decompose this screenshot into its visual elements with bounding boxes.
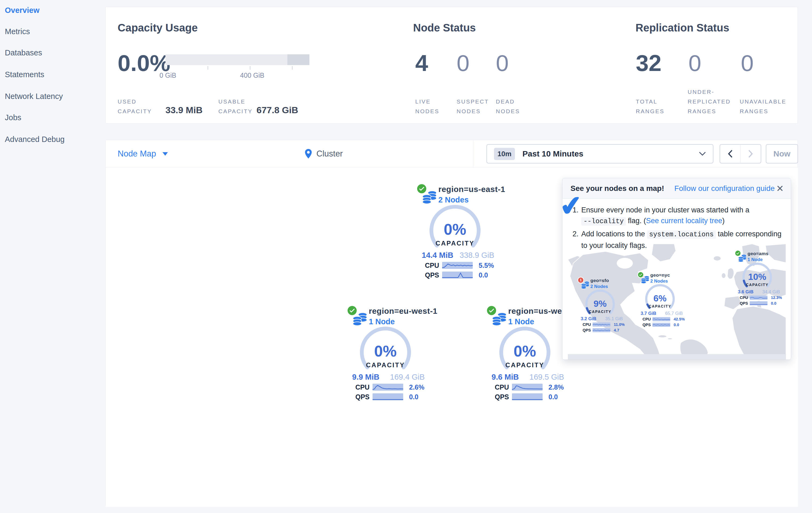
breadcrumb-cluster[interactable]: Cluster: [304, 140, 343, 167]
node-status-title: Node Status: [413, 22, 476, 34]
capacity-axis-label-0: 0 GiB: [160, 72, 176, 79]
capacity-bar: [166, 54, 310, 65]
capacity-used: 3.2 GiB: [581, 316, 596, 321]
time-back-button[interactable]: [720, 145, 741, 163]
region-name: geo=sfo: [590, 278, 609, 283]
chevron-right-icon: [748, 150, 753, 158]
mini-region-nyc: geo=nyc 2 Nodes 6% CAPACITY 3.7 GiB 65.7…: [637, 272, 684, 329]
time-range-select[interactable]: 10m Past 10 Minutes: [487, 144, 714, 163]
capacity-values: 14.4 MiB 338.9 GiB: [422, 251, 494, 260]
node-map-card: Node Map Cluster 10m Past 10 Minutes: [105, 140, 798, 507]
view-selector-dropdown[interactable]: Node Map: [118, 140, 168, 167]
qps-sparkline: [652, 323, 670, 327]
popup-instructions: ✔ 1. Ensure every node in your cluster w…: [562, 199, 791, 251]
sidebar-item-jobs[interactable]: Jobs: [5, 113, 21, 122]
database-nodes-icon: [492, 312, 507, 327]
node-map-canvas: region=us-east-1 2 Nodes 0% CAPACITY 14.…: [106, 167, 798, 507]
time-range-label: Past 10 Minutes: [522, 149, 583, 158]
cpu-label: CPU: [495, 383, 512, 391]
locality-tree-link[interactable]: See current locality tree: [646, 217, 722, 225]
under-replicated-ranges-label: UNDER-REPLICATED RANGES: [688, 87, 745, 116]
cpu-row: CPU 2.6%: [355, 383, 425, 391]
cpu-row: CPU 42.5%: [642, 317, 685, 321]
unavailable-ranges-label: UNAVAILABLE RANGES: [740, 97, 798, 116]
cpu-value: 12.3%: [771, 296, 782, 300]
cpu-sparkline: [512, 384, 543, 391]
capacity-total: 34.4 GiB: [762, 289, 780, 294]
capacity-used: 9.6 MiB: [492, 373, 519, 381]
sidebar-item-overview[interactable]: Overview: [5, 5, 39, 15]
capacity-gauge-label: CAPACITY: [485, 361, 565, 369]
usable-capacity-value: 677.8 GiB: [257, 105, 298, 115]
region-name: region=us-east-1: [438, 185, 505, 194]
capacity-used: 9.9 MiB: [352, 373, 380, 381]
capacity-gauge-percent: 0%: [485, 342, 565, 360]
time-forward-button[interactable]: [741, 145, 761, 163]
capacity-gauge-percent: 0%: [415, 220, 495, 238]
qps-row: QPS 0.0: [425, 271, 488, 279]
sidebar-item-advanced-debug[interactable]: Advanced Debug: [5, 134, 65, 144]
suspect-nodes-value: 0: [457, 50, 469, 76]
chevron-down-icon: [699, 152, 706, 156]
qps-label: QPS: [425, 271, 442, 279]
capacity-gauge-percent: 9%: [577, 298, 624, 309]
cpu-sparkline: [442, 262, 473, 269]
time-step-buttons: [720, 144, 761, 163]
capacity-gauge-percent: 10%: [734, 272, 781, 282]
region-nodes-link[interactable]: 2 Nodes: [438, 195, 469, 204]
capacity-used: 14.4 MiB: [422, 251, 454, 260]
live-nodes-value: 4: [415, 50, 428, 76]
unavailable-ranges-value: 0: [741, 50, 754, 76]
time-range-badge: 10m: [494, 148, 515, 160]
database-nodes-icon: [422, 190, 437, 205]
step-text-part: Add locations to the: [581, 230, 647, 238]
qps-label: QPS: [583, 328, 592, 332]
region-nodes-link[interactable]: 2 Nodes: [590, 284, 608, 289]
qps-sparkline: [592, 328, 610, 332]
used-capacity-value: 33.9 MiB: [166, 105, 203, 115]
region-name: geo=ams: [748, 251, 768, 256]
breadcrumb-cluster-label: Cluster: [316, 149, 343, 159]
region-nodes-link[interactable]: 1 Node: [508, 317, 534, 326]
qps-row: QPS 0.0: [740, 301, 776, 305]
cpu-sparkline: [373, 384, 403, 391]
toolbar-divider: [473, 140, 473, 167]
region-nodes-link[interactable]: 2 Nodes: [650, 278, 668, 284]
region-nodes-link[interactable]: 1 Node: [369, 317, 395, 326]
region-block-us-east-1: region=us-east-1 2 Nodes 0% CAPACITY 14.…: [415, 184, 495, 280]
capacity-total: 65.7 GiB: [665, 311, 683, 316]
locality-flag-code: --locality: [581, 217, 626, 225]
capacity-total: 169.4 GiB: [390, 373, 425, 381]
close-icon[interactable]: ✕: [776, 178, 784, 199]
database-nodes-icon: [641, 275, 650, 285]
cpu-value: 2.6%: [409, 383, 425, 391]
step-text-part: Ensure every node in your cluster was st…: [581, 206, 749, 214]
sidebar-item-databases[interactable]: Databases: [5, 48, 42, 57]
capacity-gauge-label: CAPACITY: [577, 309, 624, 314]
sidebar-item-network-latency[interactable]: Network Latency: [5, 91, 63, 101]
dead-nodes-value: 0: [496, 50, 509, 76]
suspect-nodes-label: SUSPECT NODES: [457, 97, 497, 116]
sidebar-item-metrics[interactable]: Metrics: [5, 27, 30, 36]
configuration-guide-link[interactable]: Follow our configuration guide: [674, 184, 775, 193]
cpu-label: CPU: [642, 317, 652, 322]
view-selector-label: Node Map: [118, 149, 156, 159]
capacity-gauge-label: CAPACITY: [345, 361, 426, 369]
cpu-label: CPU: [425, 262, 442, 269]
under-replicated-ranges-value: 0: [689, 50, 701, 76]
now-button[interactable]: Now: [766, 144, 798, 163]
capacity-used: 3.7 GiB: [641, 311, 656, 316]
qps-sparkline: [442, 272, 473, 278]
chevron-left-icon: [728, 150, 732, 158]
qps-label: QPS: [740, 301, 750, 306]
qps-sparkline: [512, 393, 543, 400]
greenland-shape: [651, 244, 676, 262]
sidebar-item-statements[interactable]: Statements: [5, 70, 44, 79]
step-number: 1.: [571, 205, 581, 227]
cpu-value: 11.0%: [614, 322, 625, 327]
database-nodes-icon: [581, 281, 590, 290]
step-text-part: flag. (: [626, 217, 646, 225]
region-nodes-link[interactable]: 1 Node: [748, 257, 762, 262]
total-ranges-value: 32: [636, 50, 662, 76]
region-name: geo=nyc: [650, 272, 670, 278]
